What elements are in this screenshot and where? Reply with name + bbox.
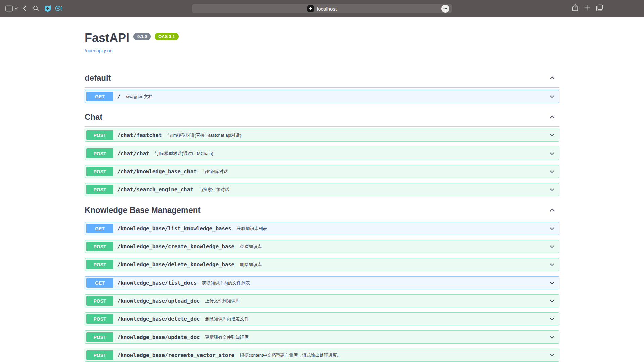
endpoint-description: 获取知识库内的文件列表 [202,280,250,286]
api-title: FastAPI [85,31,129,45]
expand-chevron-down-icon[interactable] [548,279,556,287]
endpoint-row[interactable]: POST /knowledge_base/delete_doc 删除知识库内指定… [85,312,559,325]
endpoint-row[interactable]: POST /knowledge_base/recreate_vector_sto… [85,349,559,362]
method-badge: POST [86,314,113,324]
expand-chevron-down-icon[interactable] [548,168,556,175]
endpoint-path: /chat/knowledge_base_chat [117,168,197,175]
endpoint-row[interactable]: POST /knowledge_base/create_knowledge_ba… [85,240,559,253]
openapi-spec-link[interactable]: /openapi.json [85,48,112,54]
endpoint-row[interactable]: GET /knowledge_base/list_docs 获取知识库内的文件列… [85,276,559,289]
expand-chevron-down-icon[interactable] [548,93,556,100]
sidebar-toggle-icon[interactable] [5,5,13,12]
back-icon[interactable] [23,5,27,11]
tag-section: Chat POST /chat/fastchat 与llm模型对话(直接与fas… [85,108,559,196]
expand-chevron-down-icon[interactable] [548,243,556,250]
tag-section: default GET / swagger 文档 [85,69,559,103]
expand-chevron-down-icon[interactable] [548,334,556,341]
method-badge: POST [86,167,113,176]
endpoint-row[interactable]: POST /knowledge_base/delete_knowledge_ba… [85,258,559,271]
expand-chevron-down-icon[interactable] [548,352,556,359]
share-icon[interactable] [572,4,578,13]
version-badge: 0.1.0 [133,33,151,40]
endpoint-row[interactable]: POST /knowledge_base/upload_doc 上传文件到知识库 [85,294,559,307]
endpoint-path: /knowledge_base/recreate_vector_store [117,352,234,358]
tag-header[interactable]: Knowledge Base Management [85,201,559,220]
endpoint-path: / [117,93,120,100]
expand-chevron-down-icon[interactable] [548,297,556,305]
endpoint-path: /knowledge_base/upload_doc [117,298,200,304]
swagger-page: FastAPI0.1.0OAS 3.1 /openapi.json defaul… [77,31,567,362]
endpoint-description: 与llm模型对话(通过LLMChain) [154,150,213,157]
browser-toolbar: localhost [0,0,644,17]
expand-chevron-down-icon[interactable] [548,315,556,323]
tag-header[interactable]: default [85,69,559,88]
method-badge: POST [86,242,113,251]
api-sections: default GET / swagger 文档 Chat POST /chat… [85,69,559,362]
method-badge: GET [86,224,113,233]
endpoint-path: /chat/fastchat [117,132,162,138]
method-badge: POST [86,130,113,140]
endpoint-path: /chat/search_engine_chat [117,186,193,193]
expand-chevron-down-icon[interactable] [548,132,556,139]
expand-chevron-down-icon[interactable] [548,261,556,268]
expand-chevron-down-icon[interactable] [548,150,556,157]
endpoint-path: /knowledge_base/create_knowledge_base [117,243,234,250]
tag-header[interactable]: Chat [85,108,559,127]
new-tab-icon[interactable] [584,5,590,12]
section-title: Chat [85,112,102,122]
address-bar[interactable]: localhost [192,4,452,13]
method-badge: POST [86,260,113,269]
endpoint-path: /chat/chat [117,150,149,157]
endpoint-description: 删除知识库内指定文件 [205,316,249,322]
method-badge: GET [86,278,113,288]
endpoint-row[interactable]: GET /knowledge_base/list_knowledge_bases… [85,222,559,235]
shield-extension-icon[interactable] [44,5,51,12]
endpoint-row[interactable]: POST /chat/fastchat 与llm模型对话(直接与fastchat… [85,129,559,142]
site-favicon-lightning-icon [307,5,314,12]
method-badge: POST [86,296,113,306]
endpoint-row[interactable]: POST /chat/search_engine_chat 与搜索引擎对话 [85,183,559,196]
tag-section: Knowledge Base Management GET /knowledge… [85,201,559,362]
endpoint-path: /knowledge_base/delete_doc [117,316,200,322]
endpoint-path: /knowledge_base/list_knowledge_bases [117,225,231,232]
method-badge: POST [86,185,113,194]
toolbar-right-group [572,0,603,17]
section-title: default [85,73,111,83]
endpoint-row[interactable]: POST /knowledge_base/update_doc 更新现有文件到知… [85,330,559,344]
collapse-chevron-up-icon[interactable] [548,206,556,214]
endpoint-list: POST /chat/fastchat 与llm模型对话(直接与fastchat… [85,127,559,196]
method-badge: POST [86,332,113,342]
endpoint-list: GET /knowledge_base/list_knowledge_bases… [85,220,559,362]
endpoint-description: 根据content中文档重建向量库，流式输出处理进度。 [240,352,341,358]
expand-chevron-down-icon[interactable] [548,186,556,193]
endpoint-row[interactable]: POST /chat/knowledge_base_chat 与知识库对话 [85,165,559,178]
endpoint-description: 删除知识库 [240,262,262,268]
endpoint-description: 与搜索引擎对话 [199,187,229,193]
endpoint-description: 获取知识库列表 [237,226,267,232]
focus-extension-icon[interactable] [55,5,62,12]
section-title: Knowledge Base Management [85,205,200,215]
page-more-button[interactable] [441,5,449,13]
endpoint-row[interactable]: GET / swagger 文档 [85,90,559,103]
method-badge: POST [86,148,113,158]
page-title: FastAPI0.1.0OAS 3.1 [85,31,559,45]
oas-badge: OAS 3.1 [155,33,179,40]
endpoint-row[interactable]: POST /chat/chat 与llm模型对话(通过LLMChain) [85,147,559,160]
sidebar-chevron-down-icon[interactable] [14,7,18,10]
expand-chevron-down-icon[interactable] [548,225,556,232]
tab-overview-icon[interactable] [596,4,603,13]
method-badge: POST [86,350,113,360]
endpoint-description: 创建知识库 [240,244,262,250]
endpoint-path: /knowledge_base/list_docs [117,280,197,286]
api-info: FastAPI0.1.0OAS 3.1 /openapi.json [85,31,559,54]
collapse-chevron-up-icon[interactable] [548,74,556,82]
endpoint-list: GET / swagger 文档 [85,88,559,103]
search-icon[interactable] [33,5,39,11]
endpoint-path: /knowledge_base/update_doc [117,334,200,340]
method-badge: GET [86,92,113,101]
collapse-chevron-up-icon[interactable] [548,113,556,121]
address-url: localhost [317,6,337,12]
endpoint-description: swagger 文档 [126,94,152,100]
endpoint-description: 与llm模型对话(直接与fastchat api对话) [167,132,241,138]
endpoint-path: /knowledge_base/delete_knowledge_base [117,261,234,268]
